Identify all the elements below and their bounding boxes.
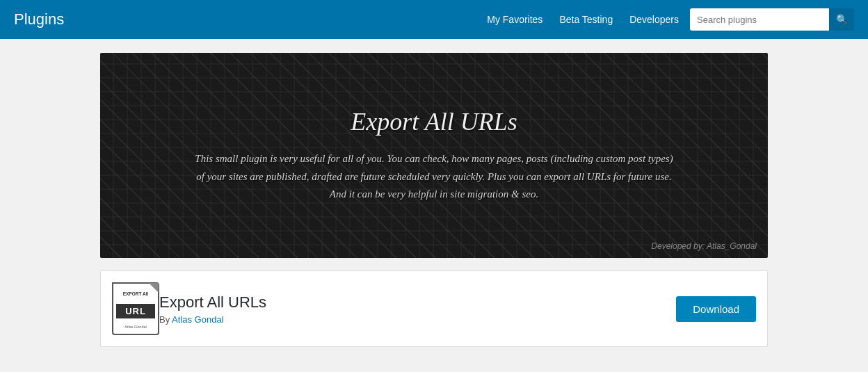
plugin-icon-bottom-text: Atlas Gondal (124, 325, 147, 329)
plugin-icon-top-text: EXPORT All (123, 291, 149, 297)
header-nav: My Favorites Beta Testing Developers (487, 14, 679, 25)
plugin-author-prefix: By (159, 314, 170, 325)
search-wrapper: 🔍 (690, 8, 854, 31)
banner-title: Export All URLs (351, 107, 517, 136)
plugin-author: By Atlas Gondal (159, 314, 676, 325)
nav-beta-testing[interactable]: Beta Testing (559, 14, 613, 25)
nav-developers[interactable]: Developers (629, 14, 679, 25)
plugin-details: Export All URLs By Atlas Gondal (159, 293, 676, 325)
plugin-name: Export All URLs (159, 293, 676, 312)
plugin-info-row: EXPORT All URL Atlas Gondal Export All U… (100, 270, 768, 347)
banner-description: This small plugin is very useful for all… (191, 150, 677, 204)
search-button[interactable]: 🔍 (829, 8, 854, 31)
nav-my-favorites[interactable]: My Favorites (487, 14, 542, 25)
plugin-author-link[interactable]: Atlas Gondal (172, 314, 223, 325)
plugin-banner: Export All URLs This small plugin is ver… (100, 53, 768, 258)
search-input[interactable] (690, 8, 829, 31)
search-icon: 🔍 (836, 14, 848, 25)
header: Plugins My Favorites Beta Testing Develo… (0, 0, 868, 39)
page-title: Plugins (14, 10, 64, 29)
main-content: Export All URLs This small plugin is ver… (100, 39, 768, 361)
banner-credit: Developed by: Atlas_Gondal (651, 241, 757, 251)
download-button[interactable]: Download (676, 296, 756, 322)
plugin-icon-main-text: URL (116, 304, 155, 318)
plugin-icon: EXPORT All URL Atlas Gondal (112, 282, 159, 335)
